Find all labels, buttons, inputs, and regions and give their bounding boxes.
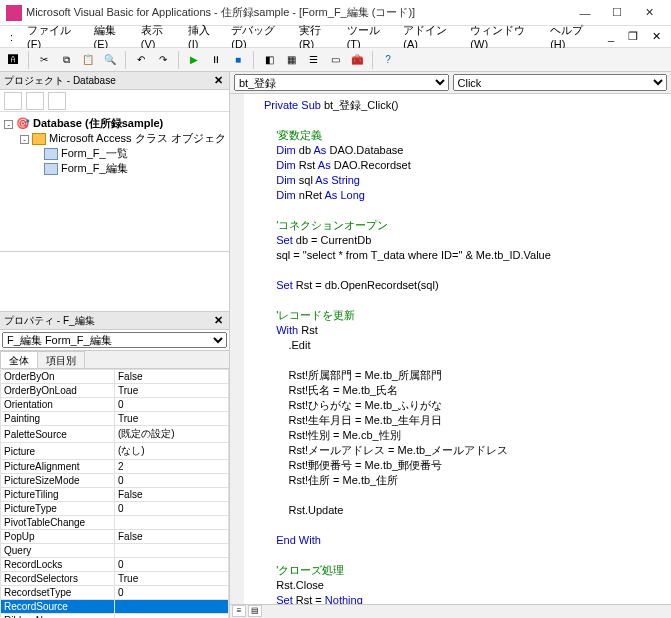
prop-name: Query — [1, 544, 115, 558]
prop-value[interactable]: True — [115, 384, 229, 398]
properties-object-select[interactable]: F_編集 Form_F_編集 — [2, 332, 227, 348]
prop-value[interactable] — [115, 600, 229, 614]
prop-name: OrderByOnLoad — [1, 384, 115, 398]
code-editor[interactable]: Private Sub bt_登録_Click() '変数定義 Dim db A… — [230, 94, 671, 604]
object-browser-icon[interactable]: ▭ — [326, 51, 344, 69]
code-view-buttons: ≡ ▤ — [230, 604, 671, 618]
procedure-view-button[interactable]: ≡ — [232, 605, 246, 617]
prop-row-picturealignment[interactable]: PictureAlignment2 — [1, 460, 229, 474]
full-module-view-button[interactable]: ▤ — [248, 605, 262, 617]
minimize-button[interactable]: — — [569, 3, 601, 23]
design-mode-icon[interactable]: ◧ — [260, 51, 278, 69]
prop-value[interactable] — [115, 516, 229, 530]
prop-row-query[interactable]: Query — [1, 544, 229, 558]
find-icon[interactable]: 🔍 — [101, 51, 119, 69]
prop-value[interactable]: False — [115, 370, 229, 384]
tab-alphabetic[interactable]: 全体 — [0, 351, 38, 368]
prop-value[interactable]: True — [115, 412, 229, 426]
view-access-icon[interactable]: 🅰 — [4, 51, 22, 69]
prop-name: RecordsetType — [1, 586, 115, 600]
properties-tabs: 全体 項目別 — [0, 351, 229, 369]
view-code-icon[interactable] — [4, 92, 22, 110]
prop-value[interactable]: False — [115, 488, 229, 502]
reset-icon[interactable]: ■ — [229, 51, 247, 69]
properties-panel-title: プロパティ - F_編集 — [4, 314, 211, 328]
project-toolbar — [0, 90, 229, 112]
prop-name: Picture — [1, 443, 115, 460]
prop-value[interactable]: 0 — [115, 474, 229, 488]
project-panel-title: プロジェクト - Database — [4, 74, 211, 88]
prop-row-recordselectors[interactable]: RecordSelectorsTrue — [1, 572, 229, 586]
prop-value[interactable] — [115, 544, 229, 558]
tree-module-list[interactable]: Form_F_一覧 — [61, 147, 128, 159]
child-close-button[interactable]: ✕ — [646, 28, 667, 45]
prop-row-picturetiling[interactable]: PictureTilingFalse — [1, 488, 229, 502]
prop-name: Painting — [1, 412, 115, 426]
app-icon — [6, 5, 22, 21]
prop-row-orderbyon[interactable]: OrderByOnFalse — [1, 370, 229, 384]
project-explorer-icon[interactable]: ▦ — [282, 51, 300, 69]
prop-name: RecordLocks — [1, 558, 115, 572]
prop-name: RecordSource — [1, 600, 115, 614]
form-module-icon — [44, 163, 58, 175]
prop-row-picturetype[interactable]: PictureType0 — [1, 502, 229, 516]
help-icon[interactable]: ? — [379, 51, 397, 69]
prop-name: Orientation — [1, 398, 115, 412]
prop-value[interactable]: (なし) — [115, 443, 229, 460]
prop-value[interactable]: 0 — [115, 398, 229, 412]
properties-grid[interactable]: OrderByOnFalseOrderByOnLoadTrueOrientati… — [0, 369, 229, 618]
prop-value[interactable]: 0 — [115, 502, 229, 516]
prop-row-pivottablechange[interactable]: PivotTableChange — [1, 516, 229, 530]
prop-row-recordsource[interactable]: RecordSource — [1, 600, 229, 614]
prop-row-picturesizemode[interactable]: PictureSizeMode0 — [1, 474, 229, 488]
tree-root[interactable]: Database (住所録sample) — [33, 117, 163, 129]
view-object-icon[interactable] — [26, 92, 44, 110]
paste-icon[interactable]: 📋 — [79, 51, 97, 69]
standard-toolbar: 🅰 ✂ ⧉ 📋 🔍 ↶ ↷ ▶ ⏸ ■ ◧ ▦ ☰ ▭ 🧰 ? — [0, 48, 671, 72]
redo-icon[interactable]: ↷ — [154, 51, 172, 69]
tree-module-edit[interactable]: Form_F_編集 — [61, 162, 128, 174]
prop-row-orderbyonload[interactable]: OrderByOnLoadTrue — [1, 384, 229, 398]
properties-panel-close-button[interactable]: ✕ — [211, 314, 225, 327]
prop-row-ribbonname[interactable]: RibbonName — [1, 614, 229, 619]
tab-categorized[interactable]: 項目別 — [37, 351, 85, 368]
procedure-dropdown[interactable]: Click — [453, 74, 668, 91]
prop-row-popup[interactable]: PopUpFalse — [1, 530, 229, 544]
project-panel-close-button[interactable]: ✕ — [211, 74, 225, 87]
cut-icon[interactable]: ✂ — [35, 51, 53, 69]
prop-row-picture[interactable]: Picture(なし) — [1, 443, 229, 460]
prop-value[interactable]: (既定の設定) — [115, 426, 229, 443]
prop-value[interactable]: True — [115, 572, 229, 586]
prop-row-painting[interactable]: PaintingTrue — [1, 412, 229, 426]
prop-value[interactable]: 0 — [115, 558, 229, 572]
copy-icon[interactable]: ⧉ — [57, 51, 75, 69]
tree-folder[interactable]: Microsoft Access クラス オブジェクト — [49, 132, 229, 144]
prop-name: PivotTableChange — [1, 516, 115, 530]
prop-name: PaletteSource — [1, 426, 115, 443]
prop-value[interactable] — [115, 614, 229, 619]
prop-name: PictureSizeMode — [1, 474, 115, 488]
prop-row-recordlocks[interactable]: RecordLocks0 — [1, 558, 229, 572]
menu-bar: : ファイル(F) 編集(E) 表示(V) 挿入(I) デバッグ(D) 実行(R… — [0, 26, 671, 48]
properties-panel-header: プロパティ - F_編集 ✕ — [0, 312, 229, 330]
prop-value[interactable]: 0 — [115, 586, 229, 600]
maximize-button[interactable]: ☐ — [601, 3, 633, 23]
folder-icon — [32, 133, 46, 145]
prop-row-orientation[interactable]: Orientation0 — [1, 398, 229, 412]
prop-row-palettesource[interactable]: PaletteSource(既定の設定) — [1, 426, 229, 443]
child-restore-button[interactable]: ❐ — [622, 28, 644, 45]
toolbox-icon[interactable]: 🧰 — [348, 51, 366, 69]
child-minimize-button[interactable]: _ — [602, 28, 620, 45]
properties-icon[interactable]: ☰ — [304, 51, 322, 69]
run-icon[interactable]: ▶ — [185, 51, 203, 69]
form-module-icon — [44, 148, 58, 160]
prop-row-recordsettype[interactable]: RecordsetType0 — [1, 586, 229, 600]
project-tree[interactable]: -🎯 Database (住所録sample) -Microsoft Acces… — [0, 112, 229, 252]
prop-value[interactable]: 2 — [115, 460, 229, 474]
object-dropdown[interactable]: bt_登録 — [234, 74, 449, 91]
close-button[interactable]: ✕ — [633, 3, 665, 23]
toggle-folders-icon[interactable] — [48, 92, 66, 110]
break-icon[interactable]: ⏸ — [207, 51, 225, 69]
undo-icon[interactable]: ↶ — [132, 51, 150, 69]
prop-value[interactable]: False — [115, 530, 229, 544]
